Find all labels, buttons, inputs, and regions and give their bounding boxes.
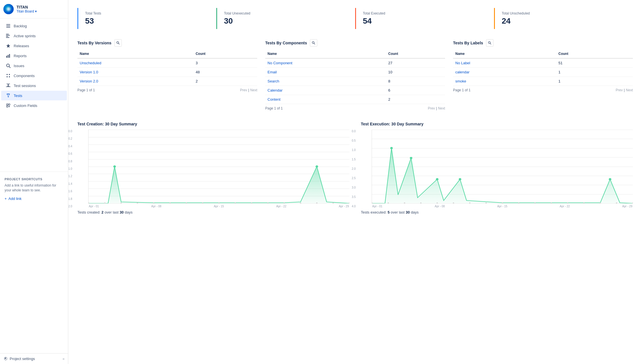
- stat-total-unscheduled-value: 24: [502, 16, 626, 26]
- version20-link[interactable]: Version 2.0: [80, 79, 98, 83]
- svg-rect-9: [6, 37, 9, 38]
- table-row: Email 10: [265, 68, 445, 77]
- labels-pagination: Page 1 of 1 Prev | Next: [453, 86, 633, 92]
- sidebar-item-test-sessions[interactable]: Test sessions: [1, 81, 67, 90]
- labels-pagination-nav: Prev | Next: [616, 88, 633, 92]
- components-next-button[interactable]: Next: [438, 106, 445, 110]
- sidebar-item-reports[interactable]: Reports: [1, 51, 67, 61]
- project-board-link[interactable]: Titan Board ▾: [17, 9, 65, 13]
- shortcuts-description: Add a link to useful information for you…: [0, 182, 68, 195]
- svg-point-52: [390, 147, 393, 149]
- no-component-count: 27: [386, 58, 445, 68]
- no-label-count: 51: [556, 58, 633, 68]
- tests-by-components-search-button[interactable]: [310, 39, 317, 47]
- creation-days: 30: [120, 210, 124, 214]
- project-settings-label: Project settings: [10, 357, 35, 361]
- svg-point-17: [7, 76, 8, 77]
- active-sprints-icon: [6, 33, 11, 38]
- svg-point-50: [349, 202, 349, 203]
- sidebar-item-releases[interactable]: Releases: [1, 41, 67, 51]
- labels-next-button[interactable]: Next: [626, 88, 633, 92]
- tests-by-components-title: Tests By Components: [265, 41, 307, 45]
- creation-chart-summary: Tests created: 2 over last 30 days: [77, 210, 349, 214]
- svg-point-57: [372, 202, 373, 203]
- sidebar-item-tests[interactable]: Tests: [1, 91, 67, 100]
- charts-row: Test Creation: 30 Day Summary 2.0 1.8 1.…: [77, 122, 633, 214]
- stat-total-unexecuted: Total Unexecuted 30: [216, 8, 355, 29]
- sidebar-header: TITAN Titan Board ▾: [0, 0, 68, 18]
- backlog-label: Backlog: [14, 24, 27, 28]
- issues-label: Issues: [14, 64, 24, 68]
- search-count: 8: [386, 77, 445, 86]
- versions-prev-button[interactable]: Prev: [240, 88, 247, 92]
- sidebar-item-active-sprints[interactable]: Active sprints: [1, 31, 67, 41]
- components-name-header: Name: [265, 49, 386, 58]
- versions-next-button[interactable]: Next: [250, 88, 257, 92]
- search-link[interactable]: Search: [268, 79, 279, 83]
- tests-by-versions-title: Tests By Versions: [77, 41, 112, 45]
- active-sprints-label: Active sprints: [14, 34, 36, 38]
- execution-chart-title: Test Execution: 30 Day Summary: [361, 122, 633, 126]
- no-component-link[interactable]: No Component: [268, 61, 292, 65]
- calendar-label-link[interactable]: calendar: [455, 70, 470, 74]
- creation-count: 2: [102, 210, 104, 214]
- creation-x-labels: Apr - 01 Apr - 08 Apr - 15 Apr - 22 Apr …: [88, 205, 349, 208]
- unscheduled-link[interactable]: Unscheduled: [80, 61, 101, 65]
- labels-prev-button[interactable]: Prev: [616, 88, 623, 92]
- svg-point-53: [410, 157, 412, 159]
- add-link-button[interactable]: + Add link: [0, 195, 68, 202]
- reports-label: Reports: [14, 54, 27, 58]
- table-row: Content 2: [265, 95, 445, 104]
- version10-link[interactable]: Version 1.0: [80, 70, 98, 74]
- tests-by-versions-section: Tests By Versions Name Count Unscheduled…: [77, 39, 257, 110]
- sidebar-item-custom-fields[interactable]: Custom Fields: [1, 101, 67, 110]
- svg-line-30: [490, 43, 491, 44]
- smoke-label-link[interactable]: smoke: [455, 79, 466, 83]
- svg-point-2: [7, 8, 10, 11]
- svg-marker-51: [372, 148, 633, 203]
- svg-point-15: [7, 74, 8, 75]
- svg-rect-21: [9, 104, 10, 105]
- tables-row: Tests By Versions Name Count Unscheduled…: [77, 39, 633, 110]
- project-settings-button[interactable]: Project settings «: [0, 353, 68, 364]
- svg-line-14: [9, 67, 10, 68]
- creation-chart-container: [88, 130, 349, 204]
- svg-rect-22: [7, 106, 8, 107]
- search-icon: [488, 41, 491, 45]
- table-row: No Label 51: [453, 58, 633, 68]
- tests-icon: [6, 93, 11, 98]
- svg-point-32: [113, 166, 116, 168]
- custom-fields-label: Custom Fields: [14, 104, 37, 108]
- table-row: Version 1.0 48: [77, 68, 257, 77]
- sidebar-item-backlog[interactable]: Backlog: [1, 21, 67, 31]
- calendar-link[interactable]: Calendar: [268, 88, 283, 92]
- backlog-icon: [6, 23, 11, 28]
- reports-icon: [6, 53, 11, 58]
- creation-chart-wrapper: 2.0 1.8 1.6 1.4 1.2 1.0 0.8 0.6 0.4 0.2 …: [77, 130, 349, 208]
- execution-chart-summary: Tests executed: 5 over last 30 days: [361, 210, 633, 214]
- execution-days: 30: [406, 210, 410, 214]
- custom-fields-icon: [6, 103, 11, 108]
- svg-point-56: [609, 178, 611, 180]
- svg-rect-4: [6, 26, 10, 26]
- no-label-link[interactable]: No Label: [455, 61, 470, 65]
- content-link[interactable]: Content: [268, 97, 281, 102]
- creation-chart-title: Test Creation: 30 Day Summary: [77, 122, 349, 126]
- collapse-button[interactable]: «: [63, 357, 65, 361]
- tests-by-labels-title: Tests By Labels: [453, 41, 483, 45]
- creation-chart-section: Test Creation: 30 Day Summary 2.0 1.8 1.…: [77, 122, 349, 214]
- email-link[interactable]: Email: [268, 70, 277, 74]
- sidebar-item-issues[interactable]: Issues: [1, 61, 67, 71]
- table-row: No Component 27: [265, 58, 445, 68]
- components-label: Components: [14, 74, 35, 78]
- svg-point-18: [9, 76, 10, 77]
- execution-chart-svg: [372, 130, 633, 203]
- tests-by-versions-search-button[interactable]: [114, 39, 122, 47]
- stat-total-executed: Total Executed 54: [355, 8, 494, 29]
- svg-point-33: [316, 166, 318, 168]
- svg-rect-11: [8, 55, 9, 58]
- components-prev-button[interactable]: Prev: [428, 106, 435, 110]
- sidebar-item-components[interactable]: Components: [1, 71, 67, 80]
- tests-by-versions-table: Name Count Unscheduled 3 Version 1.0 48 …: [77, 49, 257, 86]
- tests-by-labels-search-button[interactable]: [486, 39, 493, 47]
